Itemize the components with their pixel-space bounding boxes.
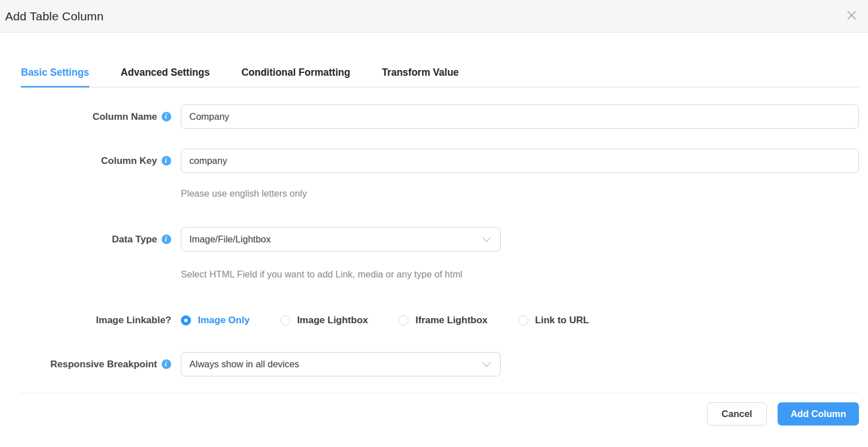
chevron-down-icon [482, 234, 491, 245]
responsive-breakpoint-row: Responsive Breakpoint i Always show in a… [21, 352, 859, 376]
radio-unselected-icon [398, 315, 409, 326]
dialog-body: Basic Settings Advanced Settings Conditi… [0, 67, 868, 426]
radio-unselected-icon [280, 315, 290, 326]
responsive-breakpoint-label: Responsive Breakpoint [50, 359, 157, 370]
radio-selected-icon [181, 315, 191, 326]
data-type-row: Data Type i Image/File/Lightbox [21, 227, 859, 251]
info-icon[interactable]: i [162, 235, 171, 244]
column-name-input[interactable] [181, 105, 859, 129]
responsive-breakpoint-selected-value: Always show in all devices [189, 359, 299, 370]
dialog-title: Add Table Column [5, 10, 103, 23]
radio-label: Iframe Lightbox [415, 315, 488, 326]
cancel-button[interactable]: Cancel [707, 402, 767, 426]
dialog-header: Add Table Column [0, 0, 868, 33]
tab-transform-value[interactable]: Transform Value [382, 67, 459, 86]
chevron-down-icon [482, 359, 491, 370]
tab-advanced-settings[interactable]: Advanced Settings [121, 67, 210, 86]
column-key-row: Column Key i [21, 149, 859, 173]
column-name-label: Column Name [93, 111, 157, 123]
tab-basic-settings[interactable]: Basic Settings [21, 67, 89, 88]
radio-label: Image Only [198, 315, 250, 326]
radio-label: Image Lightbox [297, 315, 368, 326]
image-linkable-label: Image Linkable? [96, 315, 171, 326]
data-type-select[interactable]: Image/File/Lightbox [181, 227, 501, 251]
data-type-label: Data Type [112, 234, 157, 245]
radio-label: Link to URL [535, 315, 589, 326]
column-name-label-cell: Column Name i [21, 111, 171, 123]
data-type-label-cell: Data Type i [21, 234, 171, 245]
column-key-helper-text: Please use english letters only [181, 188, 859, 199]
radio-image-lightbox[interactable]: Image Lightbox [280, 315, 368, 326]
tab-bar: Basic Settings Advanced Settings Conditi… [21, 67, 859, 88]
close-icon [846, 10, 857, 23]
close-button[interactable] [845, 10, 858, 23]
responsive-breakpoint-select[interactable]: Always show in all devices [181, 352, 501, 376]
column-key-label: Column Key [101, 155, 157, 167]
image-linkable-radio-group: Image Only Image Lightbox Iframe Lightbo… [181, 315, 859, 326]
info-icon[interactable]: i [162, 112, 171, 121]
column-key-input[interactable] [181, 149, 859, 173]
dialog-footer: Cancel Add Column [21, 402, 859, 426]
responsive-breakpoint-label-cell: Responsive Breakpoint i [21, 359, 171, 370]
info-icon[interactable]: i [162, 359, 171, 369]
radio-unselected-icon [518, 315, 528, 326]
footer-divider [21, 393, 859, 393]
image-linkable-label-cell: Image Linkable? [21, 315, 171, 326]
radio-iframe-lightbox[interactable]: Iframe Lightbox [398, 315, 488, 326]
data-type-selected-value: Image/File/Lightbox [189, 234, 271, 245]
radio-link-to-url[interactable]: Link to URL [518, 315, 589, 326]
column-key-label-cell: Column Key i [21, 155, 171, 167]
data-type-helper-text: Select HTML Field if you want to add Lin… [181, 269, 859, 280]
data-type-helper-row: Select HTML Field if you want to add Lin… [21, 269, 859, 280]
tab-conditional-formatting[interactable]: Conditional Formatting [241, 67, 350, 86]
column-key-helper-row: Please use english letters only [21, 188, 859, 199]
image-linkable-row: Image Linkable? Image Only Image Lightbo… [21, 315, 859, 326]
add-column-button[interactable]: Add Column [778, 402, 859, 426]
column-name-row: Column Name i [21, 105, 859, 129]
radio-image-only[interactable]: Image Only [181, 315, 250, 326]
info-icon[interactable]: i [162, 156, 171, 166]
